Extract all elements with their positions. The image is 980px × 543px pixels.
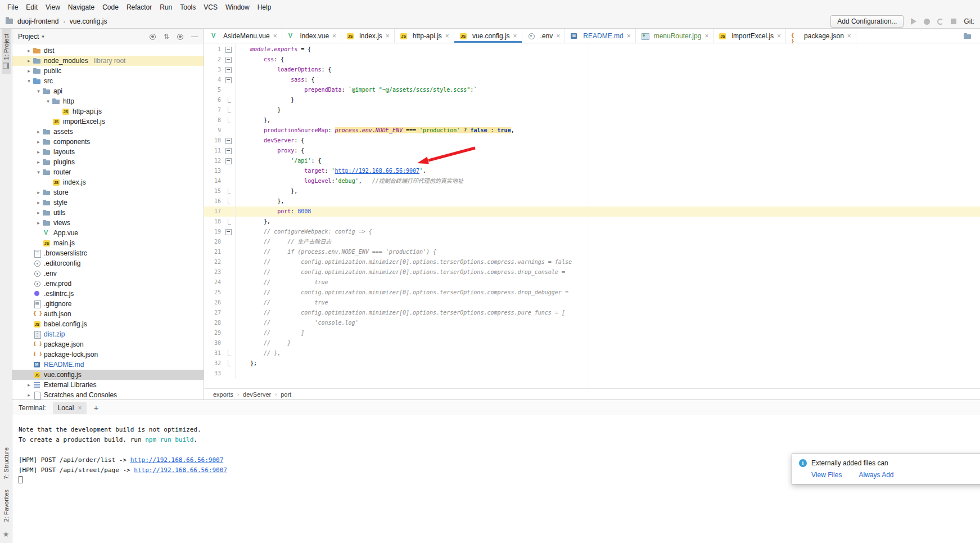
tree-item-store[interactable]: ▸store bbox=[12, 187, 204, 198]
terminal-title[interactable]: Terminal: bbox=[19, 404, 46, 412]
chevron-down-icon[interactable]: ▾ bbox=[25, 78, 33, 84]
fold-icon[interactable] bbox=[221, 105, 236, 115]
breadcrumb-file[interactable]: vue.config.js bbox=[68, 16, 109, 26]
tree-item-components[interactable]: ▸components bbox=[12, 137, 204, 147]
tree-item-browserslistrc[interactable]: .browserslistrc bbox=[12, 248, 204, 258]
tab-menurouter-jpg[interactable]: menuRouter.jpg× bbox=[636, 29, 714, 43]
stop-icon[interactable] bbox=[951, 19, 956, 24]
tree-item-package-lock-json[interactable]: package-lock.json bbox=[12, 349, 204, 360]
tree-item-readme-md[interactable]: README.md bbox=[12, 360, 204, 370]
tree-item-editorconfig[interactable]: .editorconfig bbox=[12, 258, 204, 268]
menu-item-view[interactable]: View bbox=[42, 1, 64, 14]
select-opened-file-icon[interactable] bbox=[963, 32, 972, 41]
always-add-link[interactable]: Always Add bbox=[859, 471, 893, 479]
tab-asidemenu-vue[interactable]: AsideMenu.vue× bbox=[205, 29, 282, 43]
chevron-right-icon[interactable]: ▸ bbox=[35, 129, 42, 134]
tab-importexcel-js[interactable]: importExcel.js× bbox=[713, 29, 786, 43]
terminal-link[interactable]: http://192.168.66.56:9007 bbox=[134, 466, 227, 474]
close-icon[interactable]: × bbox=[704, 32, 708, 40]
tree-item-style[interactable]: ▸style bbox=[12, 198, 204, 208]
menu-item-vcs[interactable]: VCS bbox=[200, 1, 222, 14]
tab-index-js[interactable]: index.js× bbox=[341, 29, 395, 43]
menu-item-window[interactable]: Window bbox=[222, 1, 254, 14]
tab-http-api-js[interactable]: http-api.js× bbox=[395, 29, 454, 43]
fold-icon[interactable] bbox=[221, 227, 236, 237]
terminal-tab-local[interactable]: Local × bbox=[53, 402, 87, 414]
close-icon[interactable]: × bbox=[273, 32, 277, 40]
locate-file-icon[interactable] bbox=[150, 34, 156, 40]
tree-item-gitignore[interactable]: .gitignore bbox=[12, 299, 204, 309]
menu-item-file[interactable]: File bbox=[3, 1, 22, 14]
add-configuration-button[interactable]: Add Configuration... bbox=[830, 15, 904, 28]
chevron-right-icon[interactable]: ▸ bbox=[35, 210, 42, 216]
tab-env[interactable]: .env× bbox=[522, 29, 566, 43]
stripe-structure-button[interactable]: 7: Structure bbox=[2, 442, 11, 484]
hide-panel-icon[interactable]: — bbox=[191, 33, 198, 40]
stripe-project-button[interactable]: 1: Project bbox=[2, 29, 11, 74]
new-terminal-icon[interactable]: + bbox=[93, 403, 98, 412]
chevron-right-icon[interactable]: ▸ bbox=[25, 382, 33, 388]
tree-item-assets[interactable]: ▸assets bbox=[12, 127, 204, 137]
chevron-right-icon[interactable]: ▸ bbox=[35, 200, 42, 205]
close-icon[interactable]: × bbox=[445, 32, 449, 40]
git-branch-label[interactable]: Git: bbox=[964, 17, 974, 25]
chevron-down-icon[interactable]: ▾ bbox=[44, 98, 52, 104]
close-icon[interactable]: × bbox=[777, 32, 781, 40]
collapse-all-icon[interactable]: ⇅ bbox=[164, 33, 169, 40]
breadcrumb-project[interactable]: duoji-frontend bbox=[16, 16, 60, 26]
chevron-right-icon[interactable]: ▸ bbox=[25, 48, 33, 53]
tree-item-dist[interactable]: ▸dist bbox=[12, 46, 204, 56]
tree-item-app-vue[interactable]: App.vue bbox=[12, 228, 204, 238]
chevron-right-icon[interactable]: ▸ bbox=[25, 58, 33, 64]
breadcrumb-exports[interactable]: exports bbox=[213, 391, 233, 398]
run-icon[interactable] bbox=[911, 18, 916, 25]
chevron-right-icon[interactable]: ▸ bbox=[35, 220, 42, 226]
chevron-right-icon[interactable]: ▸ bbox=[35, 159, 42, 165]
tree-item-public[interactable]: ▸public bbox=[12, 66, 204, 76]
tab-vue-config-js[interactable]: vue.config.js× bbox=[454, 29, 522, 43]
fold-icon[interactable] bbox=[221, 75, 236, 85]
close-icon[interactable]: × bbox=[332, 32, 336, 40]
tree-item-layouts[interactable]: ▸layouts bbox=[12, 147, 204, 157]
fold-icon[interactable] bbox=[221, 95, 236, 105]
tree-item-http[interactable]: ▾http bbox=[12, 96, 204, 106]
tree-item-utils[interactable]: ▸utils bbox=[12, 208, 204, 218]
close-icon[interactable]: × bbox=[78, 404, 82, 412]
fold-icon[interactable] bbox=[221, 186, 236, 196]
fold-icon[interactable] bbox=[221, 65, 236, 75]
fold-icon[interactable] bbox=[221, 196, 236, 207]
chevron-right-icon[interactable]: ▸ bbox=[25, 392, 33, 398]
debug-icon[interactable] bbox=[924, 19, 930, 25]
stripe-favorites-button[interactable]: 2: Favorites bbox=[2, 484, 11, 527]
tab-readme-md[interactable]: README.md× bbox=[565, 29, 635, 43]
tree-item-main-js[interactable]: main.js bbox=[12, 238, 204, 248]
chevron-down-icon[interactable]: ▾ bbox=[35, 88, 42, 94]
close-icon[interactable]: × bbox=[627, 32, 631, 40]
fold-icon[interactable] bbox=[221, 136, 236, 146]
fold-icon[interactable] bbox=[221, 55, 236, 65]
tree-item-env-prod[interactable]: .env.prod bbox=[12, 279, 204, 289]
tree-item-importexcel-js[interactable]: importExcel.js bbox=[12, 116, 204, 127]
fold-icon[interactable] bbox=[221, 348, 236, 358]
menu-item-help[interactable]: Help bbox=[254, 1, 276, 14]
tree-item-index-js[interactable]: index.js bbox=[12, 177, 204, 187]
chevron-right-icon[interactable]: ▸ bbox=[25, 68, 33, 74]
tree-item-router[interactable]: ▾router bbox=[12, 167, 204, 177]
tab-package-json[interactable]: package.json× bbox=[786, 29, 856, 43]
close-icon[interactable]: × bbox=[556, 32, 560, 40]
tree-item-auth-json[interactable]: auth.json bbox=[12, 309, 204, 319]
tree-item-src[interactable]: ▾src bbox=[12, 76, 204, 86]
terminal-link[interactable]: http://192.168.66.56:9007 bbox=[130, 456, 224, 464]
chevron-down-icon[interactable]: ▾ bbox=[35, 169, 42, 175]
fold-icon[interactable] bbox=[221, 146, 236, 156]
breadcrumb-port[interactable]: port bbox=[281, 391, 291, 398]
tree-item-package-json[interactable]: package.json bbox=[12, 339, 204, 349]
fold-icon[interactable] bbox=[221, 358, 236, 369]
menu-item-edit[interactable]: Edit bbox=[22, 1, 42, 14]
chevron-right-icon[interactable]: ▸ bbox=[35, 190, 42, 195]
tree-item-api[interactable]: ▾api bbox=[12, 86, 204, 96]
chevron-right-icon[interactable]: ▸ bbox=[35, 149, 42, 155]
close-icon[interactable]: × bbox=[513, 32, 517, 40]
chevron-right-icon[interactable]: ▸ bbox=[35, 139, 42, 145]
project-panel-title[interactable]: Project bbox=[18, 33, 39, 41]
